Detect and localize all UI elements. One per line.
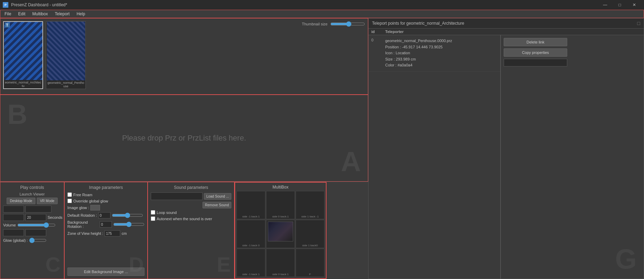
volume-row: Volume — [3, 222, 61, 228]
loop-sound-checkbox[interactable] — [151, 210, 155, 215]
table-header: id Teleporter — [369, 29, 644, 35]
free-roam-row: Free Roam — [67, 192, 145, 197]
teleport-row-id: 0 — [371, 38, 385, 69]
launch-viewer-label: Launch Viewer — [3, 192, 61, 196]
desktop-mode-button[interactable]: Desktop Mode — [7, 198, 35, 204]
image-params-title: Image parameters — [67, 185, 145, 190]
grid-cell-r2c2[interactable]: F — [296, 249, 324, 277]
panel-d-label: D — [129, 253, 144, 277]
thumbnail-size-slider[interactable] — [330, 21, 365, 27]
teleport-color: Color : #a0a0a4 — [385, 62, 497, 69]
default-rotation-label: Default Rotation : — [67, 213, 97, 217]
teleport-icon: Icon : Location — [385, 50, 497, 56]
grid-cell-r0c1[interactable]: side 0 back-1 — [266, 191, 295, 219]
extra-input-1[interactable] — [3, 229, 24, 236]
drop-zone-text: Please drop Prz or PrzList files here. — [122, 134, 246, 143]
delete-link-button[interactable]: Delete link — [504, 38, 567, 46]
app-icon: P — [3, 2, 8, 8]
menubar: File Edit Multibox Teleport Help — [0, 10, 644, 18]
play-controls-title: Play controls — [3, 185, 61, 190]
copy-input[interactable] — [504, 59, 567, 66]
sound-file-input[interactable] — [151, 192, 203, 200]
bg-rotation-input[interactable] — [100, 221, 112, 228]
minimize-button[interactable]: — — [598, 0, 612, 10]
teleport-row-0[interactable]: 0 geometric_normal_Penthouse.0000.prz Po… — [369, 35, 500, 72]
cell-label-r1c0: side -1 back 0 — [242, 244, 260, 247]
cell-label-r2c1: side 0 back 1 — [272, 273, 289, 276]
extra-row — [3, 229, 61, 236]
menu-file[interactable]: File — [1, 11, 15, 17]
control-input-2[interactable] — [25, 206, 51, 213]
left-panel: Thumbnail size T eometric_normal_Archite… — [0, 18, 368, 279]
teleport-row-details: geometric_normal_Penthouse.0000.prz Posi… — [385, 38, 497, 69]
panel-c-label: C — [46, 253, 60, 277]
thumbnail-size-control: Thumbnail size — [302, 21, 365, 27]
seconds-input[interactable] — [3, 214, 24, 221]
teleport-panel-title: Teleport points for geometric_normal_Arc… — [372, 21, 464, 26]
image-glow-label: Image glow : — [67, 206, 89, 210]
thumbnail-size-label: Thumbnail size — [302, 22, 328, 26]
panel-e: Sound parameters Load Sound ... Remove S… — [148, 182, 234, 279]
thumb-label-0: eometric_normal_Architectu — [4, 80, 42, 88]
thumbnail-item-0[interactable]: T eometric_normal_Architectu — [3, 21, 43, 89]
t-icon: T — [5, 23, 10, 27]
override-glow-checkbox[interactable] — [67, 199, 72, 203]
zone-view-row: Zone of View height : cm — [67, 230, 145, 237]
maximize-button[interactable]: □ — [613, 0, 627, 10]
teleport-size: Size : 293.989 cm — [385, 56, 497, 63]
glow-slider[interactable] — [29, 238, 47, 243]
volume-slider[interactable] — [17, 222, 56, 228]
grid-cell-r1c0[interactable]: side -1 back 0 — [237, 220, 265, 248]
autonext-row: Autonext when the sound is over — [151, 216, 231, 221]
sound-params-title: Sound parameters — [151, 185, 231, 190]
grid-cell-r2c0[interactable]: side -1 back 1 — [237, 249, 265, 277]
menu-multibox[interactable]: Multibox — [29, 11, 51, 17]
cell-label-r0c0: side -1 back-1 — [242, 215, 259, 218]
autonext-checkbox[interactable] — [151, 216, 155, 221]
grid-cell-r0c2[interactable]: side 1 back -1 — [296, 191, 324, 219]
right-panel-header: Teleport points for geometric_normal_Arc… — [369, 18, 644, 29]
default-rotation-input[interactable] — [98, 212, 110, 218]
panel-c: Play controls Launch Viewer Desktop Mode… — [0, 182, 64, 279]
right-panel: Teleport points for geometric_normal_Arc… — [368, 18, 644, 279]
bottom-panels: Play controls Launch Viewer Desktop Mode… — [0, 182, 368, 279]
extra-input-2[interactable] — [25, 229, 46, 236]
menu-edit[interactable]: Edit — [15, 11, 29, 17]
seconds-label: Seconds — [48, 215, 63, 220]
teleport-actions: Delete link Copy properties — [501, 35, 570, 279]
drop-zone[interactable]: B Please drop Prz or PrzList files here.… — [0, 95, 368, 182]
thumbnail-item-1[interactable]: geometric_normal_Penthouse — [46, 21, 86, 89]
cell-label-r0c1: side 0 back-1 — [272, 215, 289, 218]
grid-cell-r0c0[interactable]: side -1 back-1 — [237, 191, 265, 219]
menu-teleport[interactable]: Teleport — [51, 11, 73, 17]
menu-help[interactable]: Help — [73, 11, 89, 17]
teleport-panel-close-icon[interactable]: □ — [637, 21, 640, 26]
control-input-1[interactable] — [3, 206, 24, 213]
cell-label-r0c2: side 1 back -1 — [302, 215, 319, 218]
image-glow-swatch[interactable] — [90, 205, 100, 210]
zone-label-a: A — [341, 146, 361, 178]
multibox-grid: side -1 back-1 side 0 back-1 side 1 back… — [237, 191, 324, 277]
bg-rotation-slider[interactable] — [113, 222, 145, 227]
default-rotation-slider[interactable] — [112, 213, 143, 218]
free-roam-label: Free Roam — [73, 193, 92, 197]
grid-cell-r1c1[interactable] — [266, 220, 295, 248]
zone-view-label: Zone of View height : — [67, 231, 103, 236]
vr-mode-button[interactable]: VR Mode — [37, 198, 58, 204]
zone-view-input[interactable] — [105, 230, 120, 237]
main-container: Thumbnail size T eometric_normal_Archite… — [0, 18, 644, 279]
col-id-header: id — [371, 30, 385, 34]
load-sound-button[interactable]: Load Sound ... — [204, 193, 231, 200]
close-button[interactable]: ✕ — [627, 0, 641, 10]
teleport-filename: geometric_normal_Penthouse.0000.prz — [385, 38, 497, 44]
cell-label-r1c2: side 1 back0 — [302, 244, 318, 247]
free-roam-checkbox[interactable] — [67, 192, 72, 197]
grid-cell-r1c2[interactable]: side 1 back0 — [296, 220, 324, 248]
copy-properties-button[interactable]: Copy properties — [504, 48, 567, 57]
remove-sound-button[interactable]: Remove Sound — [203, 202, 231, 208]
seconds-value[interactable] — [25, 214, 46, 221]
seconds-row: Seconds — [3, 214, 61, 221]
teleport-position: Position : -45.917 14.446 73.9025 — [385, 44, 497, 50]
teleport-list: 0 geometric_normal_Penthouse.0000.prz Po… — [369, 35, 501, 279]
grid-cell-r2c1[interactable]: side 0 back 1 — [266, 249, 295, 277]
